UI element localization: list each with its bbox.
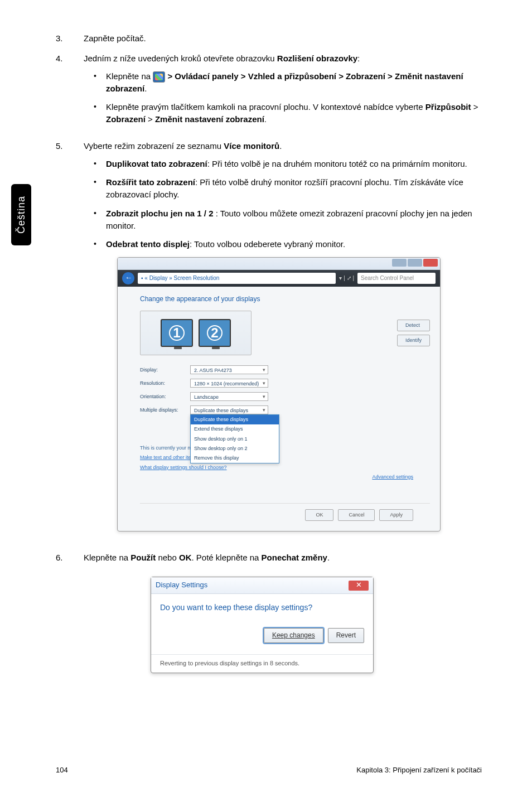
apply-button[interactable]: Apply [379, 509, 413, 521]
step-intro-bold: Rozlišení obrazovky [277, 54, 357, 63]
dropdown-option[interactable]: Show desktop only on 1 [191, 434, 279, 444]
monitor-2[interactable]: 2 [199, 319, 231, 347]
monitor-preview[interactable]: 1 2 [140, 311, 252, 355]
substep: •Duplikovat tato zobrazení: Při této vol… [84, 158, 482, 170]
page-number: 104 [56, 766, 68, 774]
cancel-button[interactable]: Cancel [338, 509, 375, 521]
step-5: 5. Vyberte režim zobrazení ze seznamu Ví… [56, 140, 482, 544]
language-tab: Čeština [11, 184, 31, 245]
multiple-displays-dropdown: Duplicate these displays Extend these di… [190, 414, 279, 463]
dialog-footer: Reverting to previous display settings i… [151, 654, 373, 673]
text-size-link[interactable]: Make text and other items larger or smal… [140, 454, 430, 461]
detect-button[interactable]: Detect [397, 320, 430, 331]
ok-button[interactable]: OK [305, 509, 333, 521]
display-select[interactable]: 2. ASUS PA4273 [190, 365, 268, 374]
substep: •Rozšířit tato zobrazení: Při této volbě… [84, 176, 482, 201]
breadcrumb[interactable]: ▪ « Display » Screen Resolution [138, 273, 336, 284]
dropdown-option[interactable]: Remove this display [191, 453, 279, 463]
step-6: 6. Klepněte na Použít nebo OK. Poté klep… [56, 552, 482, 685]
substep: •Odebrat tento displej: Touto volbou ode… [84, 238, 482, 250]
step-intro: Jedním z níže uvedených kroků otevřete o… [84, 54, 277, 63]
screen-resolution-figure: ▪ « Display » Screen Resolution ▾ | ⤢ | … [117, 257, 482, 532]
dialog-title: Display Settings [156, 580, 207, 591]
dropdown-option[interactable]: Extend these displays [191, 424, 279, 434]
substep: •Zobrazit plochu jen na 1 / 2 : Touto vo… [84, 207, 482, 232]
dropdown-option[interactable]: Duplicate these displays [191, 415, 279, 424]
step-4: 4. Jedním z níže uvedených kroků otevřet… [56, 52, 482, 132]
label: Display: [140, 366, 185, 374]
dialog-titlebar: Display Settings ✕ [151, 577, 373, 594]
monitor-1[interactable]: 1 [161, 319, 193, 347]
language-label: Čeština [16, 196, 27, 234]
step-number: 3. [56, 32, 84, 45]
multiple-displays-select[interactable]: Duplicate these displays [190, 405, 268, 414]
search-input[interactable]: Search Control Panel [357, 273, 436, 284]
orientation-select[interactable]: Landscape [190, 392, 268, 401]
step-number: 4. [56, 52, 84, 132]
minimize-icon[interactable] [392, 259, 407, 267]
resolution-select[interactable]: 1280 × 1024 (recommended) [190, 379, 268, 388]
close-icon[interactable]: ✕ [349, 581, 369, 591]
instruction-list: 3. Zapněte počítač. 4. Jedním z níže uve… [56, 32, 482, 685]
step-text: Zapněte počítač. [84, 32, 482, 45]
label: Multiple displays: [140, 407, 185, 414]
keep-changes-figure: Display Settings ✕ Do you want to keep t… [151, 577, 482, 673]
substep: • Klepněte na > Ovládací panely > Vzhled… [84, 70, 482, 95]
back-button[interactable] [122, 272, 134, 284]
address-bar: ▪ « Display » Screen Resolution ▾ | ⤢ | … [118, 270, 440, 287]
window-titlebar [118, 258, 440, 270]
identify-button[interactable]: Identify [397, 335, 430, 346]
windows-logo-icon [153, 71, 165, 83]
advanced-settings-link[interactable]: Advanced settings [140, 474, 413, 481]
step-3: 3. Zapněte počítač. [56, 32, 482, 45]
dropdown-option[interactable]: Show desktop only on 2 [191, 444, 279, 453]
help-link[interactable]: What display settings should I choose? [140, 464, 430, 471]
step-number: 5. [56, 140, 84, 544]
label: Resolution: [140, 380, 185, 387]
panel-heading: Change the appearance of your displays [140, 294, 430, 304]
dialog-message: Do you want to keep these display settin… [160, 602, 364, 613]
chapter-title: Kapitola 3: Připojení zařízení k počítač… [356, 766, 482, 774]
close-icon[interactable] [423, 259, 438, 267]
substep: • Klepněte pravým tlačítkem kamkoli na p… [84, 101, 482, 125]
aux-text: This is currently your main display. [140, 445, 430, 452]
step-number: 6. [56, 552, 84, 685]
page-footer: 104 Kapitola 3: Připojení zařízení k poč… [56, 766, 482, 774]
maximize-icon[interactable] [408, 259, 422, 267]
label: Orientation: [140, 393, 185, 400]
keep-changes-button[interactable]: Keep changes [264, 628, 323, 643]
revert-button[interactable]: Revert [328, 628, 364, 643]
